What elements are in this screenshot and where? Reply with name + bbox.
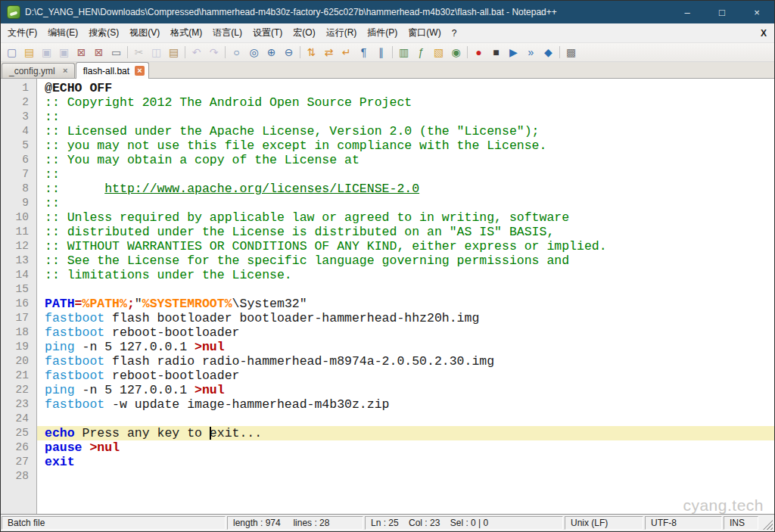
code-line[interactable]: 10:: Unless required by applicable law o… [1, 210, 774, 225]
code-line[interactable]: 22ping -n 5 127.0.0.1 >nul [1, 383, 774, 397]
menu-view[interactable]: 视图(V) [124, 23, 165, 42]
code-line[interactable]: 23fastboot -w update image-hammerhead-m4… [1, 397, 774, 412]
text-caret [210, 427, 211, 440]
line-number: 26 [1, 440, 37, 455]
code-line[interactable]: 13:: See the License for the specific la… [1, 254, 774, 268]
status-eol-format[interactable]: Unix (LF) [565, 516, 643, 530]
window-title: D:\C_YANG_HEN\Downloads\Compressed\hamme… [25, 7, 670, 17]
redo-icon[interactable]: ↷ [205, 45, 223, 61]
menu-help[interactable]: ? [447, 25, 462, 42]
toolbar-separator [392, 46, 393, 58]
code-line[interactable]: 9:: [1, 196, 774, 210]
paste-icon[interactable]: ▤ [165, 45, 182, 61]
macro-stop-icon[interactable]: ■ [487, 45, 505, 61]
code-line[interactable]: 3:: [1, 110, 774, 124]
status-insert-mode[interactable]: INS [724, 516, 758, 530]
monitoring-icon[interactable]: ◉ [447, 45, 465, 61]
code-line[interactable]: 12:: WITHOUT WARRANTIES OR CONDITIONS OF… [1, 239, 774, 254]
tab-flash-all-bat[interactable]: flash-all.bat× [76, 62, 149, 79]
menu-run[interactable]: 运行(R) [321, 23, 363, 42]
code-line[interactable]: 25echo Press any key to exit... [1, 426, 774, 440]
folder-as-workspace-icon[interactable]: ▧ [430, 45, 447, 61]
show-all-characters-icon[interactable]: ¶ [355, 45, 372, 61]
macro-save-icon[interactable]: ◆ [540, 45, 557, 61]
line-number: 2 [1, 95, 37, 110]
toolbar-separator [185, 46, 185, 58]
status-doc-type: Batch file [2, 516, 226, 530]
code-line[interactable]: 5:: you may not use this file except in … [1, 138, 774, 153]
title-bar[interactable]: D:\C_YANG_HEN\Downloads\Compressed\hamme… [1, 1, 774, 23]
print-icon[interactable]: ▭ [107, 45, 125, 61]
line-number: 8 [1, 182, 37, 196]
status-encoding[interactable]: UTF-8 [645, 516, 722, 530]
line-number: 9 [1, 196, 37, 210]
sync-horizontal-scroll-icon[interactable]: ⇄ [320, 45, 338, 61]
code-line[interactable]: 16PATH=%PATH%;"%SYSTEMROOT%\System32" [1, 297, 774, 311]
code-line[interactable]: 26pause >nul [1, 440, 774, 455]
tab-close-icon[interactable]: × [135, 66, 145, 76]
tab-config-yml[interactable]: _config.yml× [2, 63, 75, 78]
close-all-icon[interactable]: ⊠ [90, 45, 107, 61]
menu-settings[interactable]: 设置(T) [247, 23, 288, 42]
code-line[interactable]: 11:: distributed under the License is di… [1, 225, 774, 239]
menu-file[interactable]: 文件(F) [2, 23, 42, 42]
menu-plugins[interactable]: 插件(P) [362, 23, 403, 42]
tab-close-icon[interactable]: × [61, 66, 70, 76]
toolbar: ▢▤▣▣⊠⊠▭✂◫▤↶↷○◎⊕⊖⇅⇄↵¶∥▥ƒ▧◉●■▶»◆▩ [1, 43, 774, 62]
menu-macro[interactable]: 宏(O) [288, 23, 320, 42]
code-line[interactable]: 8:: http://www.apache.org/licenses/LICEN… [1, 182, 774, 196]
plugin-mime-tools-icon[interactable]: ▩ [562, 45, 580, 61]
save-icon[interactable]: ▣ [38, 45, 55, 61]
code-line[interactable]: 6:: You may obtain a copy of the License… [1, 153, 774, 167]
menu-language[interactable]: 语言(L) [207, 23, 247, 42]
save-all-icon[interactable]: ▣ [55, 45, 73, 61]
indent-guide-icon[interactable]: ∥ [372, 45, 390, 61]
minimize-button[interactable]: – [670, 1, 705, 23]
line-number: 12 [1, 239, 37, 254]
replace-icon[interactable]: ◎ [245, 45, 263, 61]
macro-play-icon[interactable]: ▶ [505, 45, 522, 61]
code-line[interactable]: 21fastboot reboot-bootloader [1, 369, 774, 383]
editor[interactable]: 1@ECHO OFF2:: Copyright 2012 The Android… [1, 79, 774, 514]
code-line[interactable]: 1@ECHO OFF [1, 81, 774, 95]
code-line[interactable]: 19ping -n 5 127.0.0.1 >nul [1, 340, 774, 354]
word-wrap-icon[interactable]: ↵ [338, 45, 355, 61]
code-line[interactable]: 24 [1, 412, 774, 426]
close-button[interactable]: × [739, 1, 774, 23]
line-number: 1 [1, 81, 37, 95]
code-line[interactable]: 4:: Licensed under the Apache License, V… [1, 124, 774, 138]
code-line[interactable]: 14:: limitations under the License. [1, 268, 774, 282]
code-line[interactable]: 20fastboot flash radio radio-hammerhead-… [1, 354, 774, 369]
zoom-out-icon[interactable]: ⊖ [280, 45, 297, 61]
tab-label: flash-all.bat [83, 66, 129, 76]
line-number: 22 [1, 383, 37, 397]
copy-icon[interactable]: ◫ [148, 45, 165, 61]
resize-grip[interactable] [759, 515, 774, 531]
code-line[interactable]: 28 [1, 469, 774, 484]
sync-vertical-scroll-icon[interactable]: ⇅ [303, 45, 320, 61]
find-icon[interactable]: ○ [228, 45, 245, 61]
code-line[interactable]: 15 [1, 282, 774, 297]
close-document-icon[interactable]: X [757, 27, 770, 39]
macro-record-icon[interactable]: ● [470, 45, 487, 61]
cut-icon[interactable]: ✂ [130, 45, 148, 61]
code-line[interactable]: 7:: [1, 167, 774, 182]
close-icon[interactable]: ⊠ [73, 45, 90, 61]
zoom-in-icon[interactable]: ⊕ [263, 45, 280, 61]
new-file-icon[interactable]: ▢ [3, 45, 20, 61]
function-list-icon[interactable]: ƒ [412, 45, 430, 61]
line-number: 4 [1, 124, 37, 138]
maximize-button[interactable]: □ [705, 1, 739, 23]
document-map-icon[interactable]: ▥ [395, 45, 412, 61]
code-line[interactable]: 17fastboot flash bootloader bootloader-h… [1, 311, 774, 325]
undo-icon[interactable]: ↶ [188, 45, 205, 61]
code-line[interactable]: 2:: Copyright 2012 The Android Open Sour… [1, 95, 774, 110]
menu-window[interactable]: 窗口(W) [403, 23, 446, 42]
menu-search[interactable]: 搜索(S) [83, 23, 124, 42]
menu-edit[interactable]: 编辑(E) [42, 23, 83, 42]
code-line[interactable]: 27exit [1, 455, 774, 469]
macro-run-multiple-icon[interactable]: » [522, 45, 540, 61]
code-line[interactable]: 18fastboot reboot-bootloader [1, 325, 774, 340]
menu-format[interactable]: 格式(M) [165, 23, 207, 42]
open-folder-icon[interactable]: ▤ [20, 45, 38, 61]
